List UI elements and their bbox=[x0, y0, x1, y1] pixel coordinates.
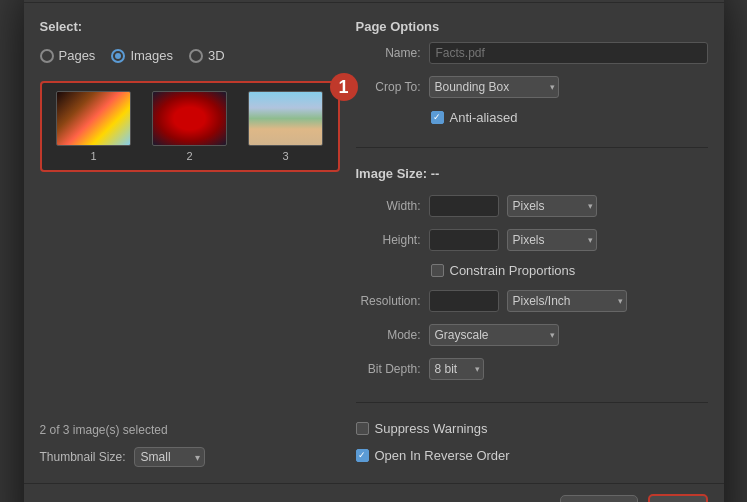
crop-select-wrap[interactable]: Bounding Box Media Box Bleed Box Trim Bo… bbox=[429, 76, 559, 98]
anti-aliased-row[interactable]: Anti-aliased bbox=[356, 110, 708, 125]
selection-info: 2 of 3 image(s) selected bbox=[40, 423, 340, 437]
thumbnail-image-3 bbox=[248, 91, 323, 146]
thumbnail-image-1 bbox=[56, 91, 131, 146]
height-unit-wrap[interactable]: Pixels Inches Centimeters bbox=[507, 229, 597, 251]
bit-depth-label: Bit Depth: bbox=[356, 362, 421, 376]
thumbnail-num-1: 1 bbox=[90, 150, 96, 162]
name-label: Name: bbox=[356, 46, 421, 60]
thumbnail-size-select[interactable]: Small Medium Large bbox=[134, 447, 205, 467]
resolution-unit-select[interactable]: Pixels/Inch Pixels/Centimeter bbox=[507, 290, 627, 312]
thumbnail-num-3: 3 bbox=[282, 150, 288, 162]
radio-images-label: Images bbox=[130, 48, 173, 63]
constrain-label: Constrain Proportions bbox=[450, 263, 576, 278]
crop-select[interactable]: Bounding Box Media Box Bleed Box Trim Bo… bbox=[429, 76, 559, 98]
image-size-label: Image Size: -- bbox=[356, 166, 708, 181]
thumbnail-image-2 bbox=[152, 91, 227, 146]
name-input[interactable] bbox=[429, 42, 708, 64]
open-reverse-label: Open In Reverse Order bbox=[375, 448, 510, 463]
thumbnail-size-select-wrap[interactable]: Small Medium Large bbox=[134, 447, 205, 467]
width-row: Width: Pixels Inches Centimeters bbox=[356, 195, 708, 217]
radio-pages-label: Pages bbox=[59, 48, 96, 63]
open-reverse-row[interactable]: Open In Reverse Order bbox=[356, 448, 708, 463]
resolution-input[interactable] bbox=[429, 290, 499, 312]
resolution-unit-wrap[interactable]: Pixels/Inch Pixels/Centimeter bbox=[507, 290, 627, 312]
suppress-warnings-checkbox[interactable] bbox=[356, 422, 369, 435]
radio-3d-label: 3D bbox=[208, 48, 225, 63]
crop-row: Crop To: Bounding Box Media Box Bleed Bo… bbox=[356, 76, 708, 98]
thumbnail-size-label: Thumbnail Size: bbox=[40, 450, 126, 464]
bottom-right: Cancel OK bbox=[560, 494, 708, 502]
open-reverse-checkbox[interactable] bbox=[356, 449, 369, 462]
width-input[interactable] bbox=[429, 195, 499, 217]
radio-images[interactable]: Images bbox=[111, 48, 173, 63]
width-label: Width: bbox=[356, 199, 421, 213]
radio-group: Pages Images 3D bbox=[40, 48, 340, 63]
height-label: Height: bbox=[356, 233, 421, 247]
dialog-body: Select: Pages Images 3D 1 bbox=[24, 3, 724, 483]
badge-1: 1 bbox=[330, 73, 358, 101]
constrain-row[interactable]: Constrain Proportions bbox=[356, 263, 708, 278]
mode-select-wrap[interactable]: Bitmap Grayscale RGB Color CMYK Color La… bbox=[429, 324, 559, 346]
radio-images-circle[interactable] bbox=[111, 49, 125, 63]
suppress-warnings-row[interactable]: Suppress Warnings bbox=[356, 421, 708, 436]
left-panel: Select: Pages Images 3D 1 bbox=[40, 19, 340, 467]
page-options-header: Page Options bbox=[356, 19, 708, 34]
radio-pages-circle[interactable] bbox=[40, 49, 54, 63]
mode-select[interactable]: Bitmap Grayscale RGB Color CMYK Color La… bbox=[429, 324, 559, 346]
width-unit-wrap[interactable]: Pixels Inches Centimeters bbox=[507, 195, 597, 217]
height-row: Height: Pixels Inches Centimeters bbox=[356, 229, 708, 251]
resolution-label: Resolution: bbox=[356, 294, 421, 308]
bit-depth-row: Bit Depth: 1 bit 8 bit 16 bit 32 bit bbox=[356, 358, 708, 380]
constrain-checkbox[interactable] bbox=[431, 264, 444, 277]
radio-3d[interactable]: 3D bbox=[189, 48, 225, 63]
divider-2 bbox=[356, 402, 708, 403]
cancel-button[interactable]: Cancel bbox=[560, 495, 638, 502]
anti-aliased-checkbox[interactable] bbox=[431, 111, 444, 124]
mode-label: Mode: bbox=[356, 328, 421, 342]
bottom-row: Cancel OK bbox=[24, 483, 724, 502]
bit-depth-select-wrap[interactable]: 1 bit 8 bit 16 bit 32 bit bbox=[429, 358, 484, 380]
name-row: Name: bbox=[356, 42, 708, 64]
thumbnail-2[interactable]: 2 bbox=[146, 91, 234, 162]
width-unit-select[interactable]: Pixels Inches Centimeters bbox=[507, 195, 597, 217]
select-label: Select: bbox=[40, 19, 340, 34]
thumbnail-1[interactable]: 1 bbox=[50, 91, 138, 162]
height-unit-select[interactable]: Pixels Inches Centimeters bbox=[507, 229, 597, 251]
thumbnails-container: 1 2 3 1 bbox=[40, 81, 340, 172]
suppress-warnings-label: Suppress Warnings bbox=[375, 421, 488, 436]
crop-label: Crop To: bbox=[356, 80, 421, 94]
radio-3d-circle[interactable] bbox=[189, 49, 203, 63]
right-panel: Page Options Name: Crop To: Bounding Box… bbox=[356, 19, 708, 467]
resolution-row: Resolution: Pixels/Inch Pixels/Centimete… bbox=[356, 290, 708, 312]
bit-depth-select[interactable]: 1 bit 8 bit 16 bit 32 bit bbox=[429, 358, 484, 380]
divider-1 bbox=[356, 147, 708, 148]
ok-button[interactable]: OK bbox=[648, 494, 708, 502]
radio-pages[interactable]: Pages bbox=[40, 48, 96, 63]
thumbnail-size-row: Thumbnail Size: Small Medium Large bbox=[40, 447, 340, 467]
import-pdf-dialog: Import PDF Select: Pages Images 3D bbox=[24, 0, 724, 502]
anti-aliased-label: Anti-aliased bbox=[450, 110, 518, 125]
thumbnail-num-2: 2 bbox=[186, 150, 192, 162]
mode-row: Mode: Bitmap Grayscale RGB Color CMYK Co… bbox=[356, 324, 708, 346]
thumbnail-3[interactable]: 3 bbox=[242, 91, 330, 162]
height-input[interactable] bbox=[429, 229, 499, 251]
